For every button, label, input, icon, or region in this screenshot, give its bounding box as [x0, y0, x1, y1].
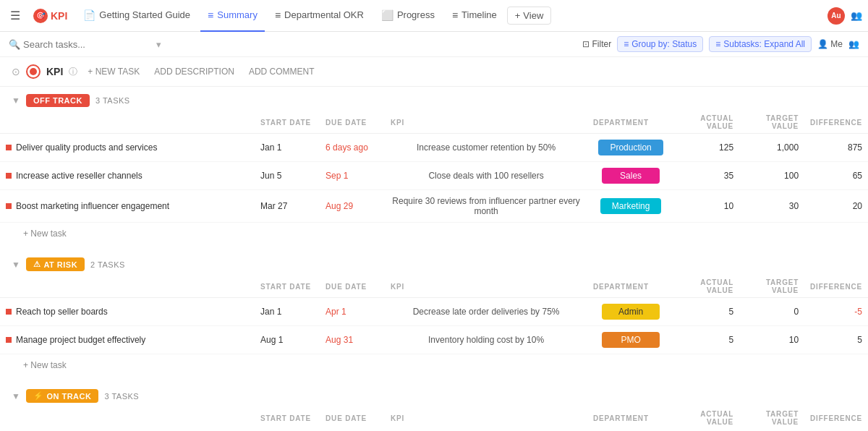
tab-getting-started-label: Getting Started Guide [99, 9, 190, 20]
task-name-1-0: Reach top seller boards [6, 307, 249, 317]
dept-0-0: Production [587, 134, 674, 162]
me-button[interactable]: 👤 Me [817, 39, 843, 49]
kpi-page-title: KPI [46, 66, 63, 77]
nav-right-section: Au 👥 [827, 7, 862, 25]
add-description-action[interactable]: ADD DESCRIPTION [150, 67, 239, 77]
search-wrap: 🔍 ▾ [9, 39, 579, 50]
off-track-new-task[interactable]: + New task [0, 223, 868, 244]
view-label: View [523, 10, 543, 21]
group-off-track: ▼ OFF TRACK 3 TASKS START DATE DUE DATE … [0, 87, 868, 244]
filter-toolbar: ⊡ Filter ≡ Group by: Status ≡ Subtasks: … [582, 36, 860, 52]
diff-1-1: 5 [804, 326, 868, 354]
group-by-button[interactable]: ≡ Group by: Status [617, 36, 703, 52]
kpi-1-0: Decrease late order deliveries by 75% [385, 298, 587, 326]
due-date-0-1: Sep 1 [320, 162, 385, 190]
filter-label: Filter [592, 39, 612, 49]
task-name-0-0: Deliver quality products and services [6, 142, 249, 153]
col-header-diff-3: DIFFERENCE [804, 407, 868, 428]
add-view-button[interactable]: + View [507, 7, 552, 25]
col-header-dept-3: DEPARTMENT [587, 407, 674, 428]
task-name-0-1: Increase active reseller channels [6, 171, 249, 181]
task-square-red [6, 173, 12, 179]
group-by-label: Group by: Status [631, 39, 697, 49]
search-toolbar: 🔍 ▾ ⊡ Filter ≡ Group by: Status ≡ Subtas… [0, 32, 868, 57]
col-header-actual: ACTUAL VALUE [674, 111, 739, 134]
col-header-kpi: KPI [385, 111, 587, 134]
target-1-0: 0 [739, 298, 804, 326]
col-header-dept-2: DEPARTMENT [587, 276, 674, 298]
diff-1-0: -5 [804, 298, 868, 326]
table-row[interactable]: Reach top seller boards Jan 1 Apr 1 Decr… [0, 298, 868, 326]
col-header-due-2: DUE DATE [320, 276, 385, 298]
target-0-1: 100 [739, 162, 804, 190]
tab-departmental-okr[interactable]: ≡ Departmental OKR [268, 0, 371, 32]
departmental-icon: ≡ [275, 9, 281, 21]
dept-badge-sales: Sales [602, 168, 660, 184]
kpi-0-2: Require 30 reviews from influencer partn… [385, 190, 587, 223]
table-row[interactable]: Manage project budget effectively Aug 1 … [0, 326, 868, 354]
user-avatar[interactable]: Au [827, 7, 845, 25]
filter-button[interactable]: ⊡ Filter [582, 39, 612, 49]
tab-progress[interactable]: ⬜ Progress [374, 0, 442, 32]
task-square-red [6, 203, 12, 209]
group-off-track-header: ▼ OFF TRACK 3 TASKS [0, 87, 868, 111]
subtasks-icon: ≡ [715, 39, 720, 49]
group-off-track-toggle[interactable]: ▼ [12, 95, 20, 106]
group-at-risk-toggle[interactable]: ▼ [12, 260, 20, 270]
lightning-icon: ⚡ [33, 391, 44, 401]
col-header-task [0, 111, 255, 134]
tab-summary[interactable]: ≡ Summary [200, 0, 265, 32]
kpi-info-icon[interactable]: ⓘ [69, 66, 77, 78]
hamburger-menu[interactable]: ☰ [6, 6, 25, 25]
tab-timeline-label: Timeline [461, 9, 497, 20]
task-square-red [6, 309, 12, 315]
dept-badge-marketing: Marketing [600, 198, 662, 214]
tab-getting-started[interactable]: 📄 Getting Started Guide [76, 0, 197, 32]
search-icon: 🔍 [9, 39, 20, 50]
target-0-0: 1,000 [739, 134, 804, 162]
due-date-0-2: Aug 29 [320, 190, 385, 223]
task-square-red [6, 145, 12, 150]
task-square-red [6, 337, 12, 343]
col-header-start-2: START DATE [255, 276, 320, 298]
table-row[interactable]: Deliver quality products and services Ja… [0, 134, 868, 162]
col-header-target-3: TARGET VALUE [739, 407, 804, 428]
col-header-start: START DATE [255, 111, 320, 134]
dept-1-0: Admin [587, 298, 674, 326]
col-header-kpi-3: KPI [385, 407, 587, 428]
on-track-label: ON TRACK [46, 392, 91, 401]
target-1-1: 10 [739, 326, 804, 354]
progress-icon: ⬜ [381, 9, 393, 21]
new-task-action[interactable]: + NEW TASK [83, 67, 144, 77]
due-date-0-0: 6 days ago [320, 134, 385, 162]
app-logo: 🎯 KPI [27, 9, 73, 23]
group-on-track-toggle[interactable]: ▼ [12, 391, 20, 401]
table-row[interactable]: Increase active reseller channels Jun 5 … [0, 162, 868, 190]
at-risk-new-task[interactable]: + New task [0, 354, 868, 376]
dept-badge-admin: Admin [602, 304, 660, 320]
tab-progress-label: Progress [397, 9, 435, 20]
subtasks-button[interactable]: ≡ Subtasks: Expand All [709, 36, 812, 52]
col-header-actual-2: ACTUAL VALUE [674, 276, 739, 298]
users-filter-icon: 👥 [848, 39, 859, 49]
table-row[interactable]: Boost marketing influencer engagement Ma… [0, 190, 868, 223]
on-track-badge: ⚡ ON TRACK [26, 389, 99, 403]
at-risk-badge: ⚠ AT RISK [26, 257, 85, 271]
dept-0-2: Marketing [587, 190, 674, 223]
add-comment-action[interactable]: ADD COMMENT [244, 67, 319, 77]
dept-1-1: PMO [587, 326, 674, 354]
kpi-1-1: Inventory holding cost by 10% [385, 326, 587, 354]
col-header-task-3 [0, 407, 255, 428]
users-filter-button[interactable]: 👥 [848, 39, 859, 49]
search-input[interactable] [23, 39, 153, 50]
timeline-icon: ≡ [452, 9, 458, 21]
users-button[interactable]: 👥 [851, 10, 862, 21]
search-dropdown-chevron[interactable]: ▾ [156, 39, 161, 50]
actual-1-1: 5 [674, 326, 739, 354]
top-navigation: ☰ 🎯 KPI 📄 Getting Started Guide ≡ Summar… [0, 0, 868, 32]
on-track-table: START DATE DUE DATE KPI DEPARTMENT ACTUA… [0, 407, 868, 428]
kpi-collapse-toggle[interactable]: ⊙ [12, 66, 20, 77]
at-risk-count: 2 TASKS [90, 260, 125, 269]
tab-timeline[interactable]: ≡ Timeline [445, 0, 504, 32]
kpi-0-0: Increase customer retention by 50% [385, 134, 587, 162]
